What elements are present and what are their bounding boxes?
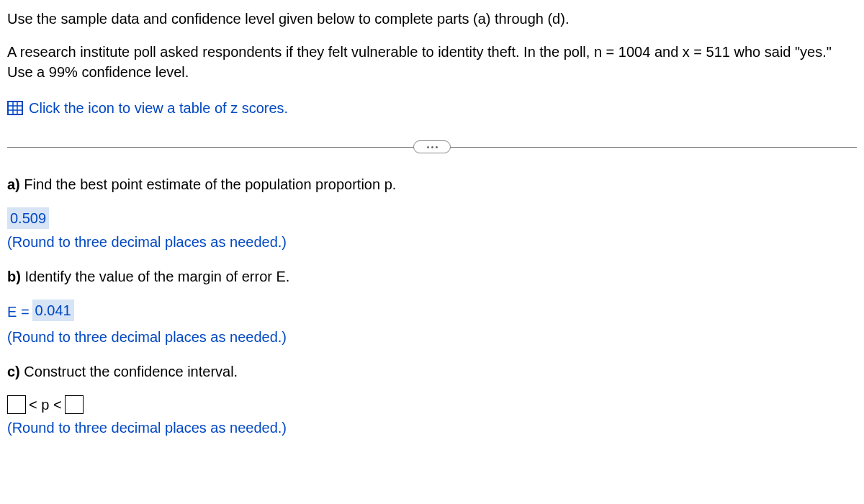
part-a-prompt: a) Find the best point estimate of the p…	[7, 174, 857, 194]
expand-pill[interactable]	[413, 140, 451, 153]
part-c-label: c)	[7, 364, 20, 379]
z-table-link-text[interactable]: Click the icon to view a table of z scor…	[29, 98, 288, 118]
part-b-text: Identify the value of the margin of erro…	[21, 269, 290, 284]
part-b-answer-row: E = 0.041	[7, 300, 857, 324]
svg-rect-0	[8, 102, 22, 114]
part-a-answer[interactable]: 0.509	[7, 207, 49, 229]
part-a-label: a)	[7, 176, 20, 192]
part-c-hint: (Round to three decimal places as needed…	[7, 418, 857, 438]
table-icon	[7, 101, 23, 115]
section-divider	[7, 140, 857, 154]
part-b-prompt: b) Identify the value of the margin of e…	[7, 266, 857, 287]
part-b-answer[interactable]: 0.041	[32, 300, 74, 321]
instruction-text: Use the sample data and confidence level…	[7, 9, 857, 29]
part-c-text: Construct the confidence interval.	[20, 364, 238, 379]
part-c-interval-row: < p <	[7, 395, 857, 415]
part-c-inequality: < p <	[29, 395, 62, 415]
part-a-text: Find the best point estimate of the popu…	[20, 176, 397, 192]
part-c-upper-input[interactable]	[65, 395, 84, 414]
problem-statement: A research institute poll asked responde…	[7, 42, 857, 82]
z-table-link-row[interactable]: Click the icon to view a table of z scor…	[7, 98, 857, 118]
part-a-hint: (Round to three decimal places as needed…	[7, 232, 857, 252]
part-c-prompt: c) Construct the confidence interval.	[7, 361, 857, 382]
more-icon	[427, 146, 438, 148]
part-b-hint: (Round to three decimal places as needed…	[7, 327, 857, 347]
part-c-lower-input[interactable]	[7, 395, 26, 414]
part-b-prefix: E =	[7, 302, 30, 322]
part-b-label: b)	[7, 269, 21, 284]
